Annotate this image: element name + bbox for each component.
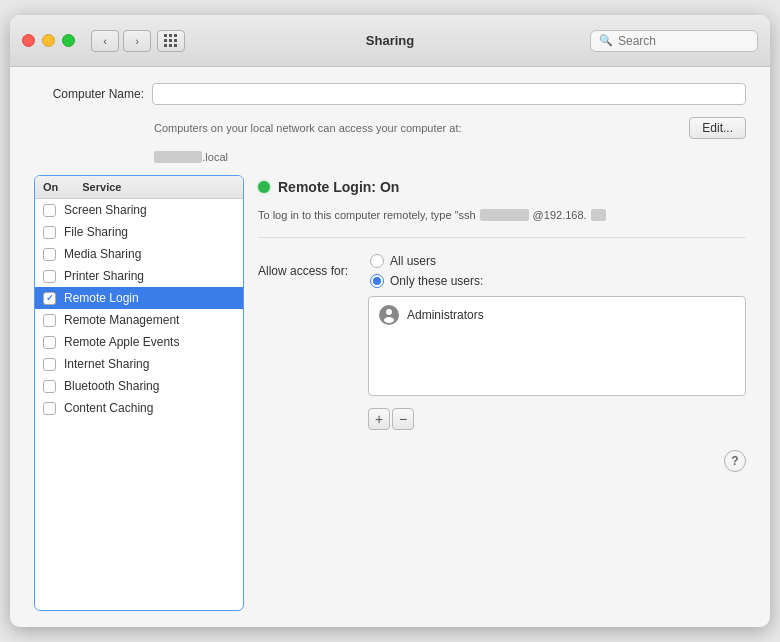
radio-only-these[interactable]: Only these users: bbox=[370, 274, 483, 288]
back-button[interactable]: ‹ bbox=[91, 30, 119, 52]
add-user-button[interactable]: + bbox=[368, 408, 390, 430]
ssh-ip-suffix: 1.1 bbox=[591, 209, 606, 221]
access-label: Allow access for: bbox=[258, 264, 358, 278]
service-item-file-sharing[interactable]: File Sharing bbox=[35, 221, 243, 243]
service-name-content-caching: Content Caching bbox=[64, 401, 153, 415]
service-checkbox-file-sharing[interactable] bbox=[43, 226, 56, 239]
window-title: Sharing bbox=[366, 33, 414, 48]
blurred-address: hostname bbox=[154, 151, 202, 163]
edit-button[interactable]: Edit... bbox=[689, 117, 746, 139]
main-window: ‹ › Sharing 🔍 Computer Name: Computers o… bbox=[10, 15, 770, 627]
ssh-text: To log in to this computer remotely, typ… bbox=[258, 209, 476, 221]
service-item-bluetooth-sharing[interactable]: Bluetooth Sharing bbox=[35, 375, 243, 397]
local-address-text: hostname.local bbox=[154, 151, 746, 163]
radio-label-only: Only these users: bbox=[390, 274, 483, 288]
ssh-username: username bbox=[480, 209, 529, 221]
ssh-instruction: To log in to this computer remotely, typ… bbox=[258, 209, 746, 221]
service-header-on: On bbox=[43, 181, 58, 193]
service-item-printer-sharing[interactable]: Printer Sharing bbox=[35, 265, 243, 287]
service-checkbox-bluetooth-sharing[interactable] bbox=[43, 380, 56, 393]
service-name-file-sharing: File Sharing bbox=[64, 225, 128, 239]
radio-circle-only bbox=[370, 274, 384, 288]
titlebar: ‹ › Sharing 🔍 bbox=[10, 15, 770, 67]
radio-label-all: All users bbox=[390, 254, 436, 268]
svg-point-0 bbox=[386, 309, 392, 315]
computer-name-label: Computer Name: bbox=[34, 87, 144, 101]
users-controls: + − bbox=[368, 408, 746, 430]
radio-all-users[interactable]: All users bbox=[370, 254, 483, 268]
local-address-row: hostname.local bbox=[34, 151, 746, 163]
local-network-row: Computers on your local network can acce… bbox=[34, 117, 746, 139]
bottom-row: ? bbox=[258, 442, 746, 472]
main-panel: On Service Screen SharingFile SharingMed… bbox=[34, 175, 746, 611]
service-list: On Service Screen SharingFile SharingMed… bbox=[34, 175, 244, 611]
search-input[interactable] bbox=[618, 34, 749, 48]
service-item-media-sharing[interactable]: Media Sharing bbox=[35, 243, 243, 265]
help-button[interactable]: ? bbox=[724, 450, 746, 472]
service-checkbox-content-caching[interactable] bbox=[43, 402, 56, 415]
user-avatar bbox=[379, 305, 399, 325]
search-icon: 🔍 bbox=[599, 34, 613, 47]
ssh-at: @192.168. bbox=[533, 209, 587, 221]
status-text: Remote Login: On bbox=[278, 179, 399, 195]
users-list: Administrators bbox=[368, 296, 746, 396]
service-name-bluetooth-sharing: Bluetooth Sharing bbox=[64, 379, 159, 393]
service-items-container: Screen SharingFile SharingMedia SharingP… bbox=[35, 199, 243, 610]
service-item-remote-login[interactable]: Remote Login bbox=[35, 287, 243, 309]
service-item-screen-sharing[interactable]: Screen Sharing bbox=[35, 199, 243, 221]
local-suffix: .local bbox=[202, 151, 228, 163]
service-checkbox-printer-sharing[interactable] bbox=[43, 270, 56, 283]
access-row: Allow access for: All users Only these u… bbox=[258, 254, 746, 288]
service-checkbox-remote-apple-events[interactable] bbox=[43, 336, 56, 349]
service-name-remote-management: Remote Management bbox=[64, 313, 179, 327]
remove-user-button[interactable]: − bbox=[392, 408, 414, 430]
computer-name-input[interactable] bbox=[152, 83, 746, 105]
radio-circle-all bbox=[370, 254, 384, 268]
minimize-button[interactable] bbox=[42, 34, 55, 47]
service-checkbox-media-sharing[interactable] bbox=[43, 248, 56, 261]
service-name-remote-apple-events: Remote Apple Events bbox=[64, 335, 179, 349]
local-network-text: Computers on your local network can acce… bbox=[154, 122, 689, 134]
service-item-internet-sharing[interactable]: Internet Sharing bbox=[35, 353, 243, 375]
service-name-screen-sharing: Screen Sharing bbox=[64, 203, 147, 217]
access-section: Allow access for: All users Only these u… bbox=[258, 254, 746, 430]
nav-buttons: ‹ › bbox=[91, 30, 151, 52]
service-header-service: Service bbox=[82, 181, 121, 193]
service-item-content-caching[interactable]: Content Caching bbox=[35, 397, 243, 419]
service-name-media-sharing: Media Sharing bbox=[64, 247, 141, 261]
maximize-button[interactable] bbox=[62, 34, 75, 47]
grid-button[interactable] bbox=[157, 30, 185, 52]
user-item-administrators: Administrators bbox=[373, 301, 741, 329]
search-box[interactable]: 🔍 bbox=[590, 30, 758, 52]
service-checkbox-internet-sharing[interactable] bbox=[43, 358, 56, 371]
service-name-remote-login: Remote Login bbox=[64, 291, 139, 305]
service-name-printer-sharing: Printer Sharing bbox=[64, 269, 144, 283]
service-item-remote-apple-events[interactable]: Remote Apple Events bbox=[35, 331, 243, 353]
content-area: Computer Name: Computers on your local n… bbox=[10, 67, 770, 627]
service-checkbox-screen-sharing[interactable] bbox=[43, 204, 56, 217]
service-list-header: On Service bbox=[35, 176, 243, 199]
service-name-internet-sharing: Internet Sharing bbox=[64, 357, 149, 371]
computer-name-row: Computer Name: bbox=[34, 83, 746, 105]
radio-options: All users Only these users: bbox=[370, 254, 483, 288]
grid-icon bbox=[164, 34, 178, 48]
right-panel: Remote Login: On To log in to this compu… bbox=[258, 175, 746, 611]
divider bbox=[258, 237, 746, 238]
service-checkbox-remote-login[interactable] bbox=[43, 292, 56, 305]
status-indicator bbox=[258, 181, 270, 193]
svg-point-1 bbox=[384, 317, 394, 323]
status-row: Remote Login: On bbox=[258, 179, 746, 195]
service-checkbox-remote-management[interactable] bbox=[43, 314, 56, 327]
forward-button[interactable]: › bbox=[123, 30, 151, 52]
traffic-lights bbox=[22, 34, 75, 47]
service-item-remote-management[interactable]: Remote Management bbox=[35, 309, 243, 331]
user-name-administrators: Administrators bbox=[407, 308, 484, 322]
close-button[interactable] bbox=[22, 34, 35, 47]
